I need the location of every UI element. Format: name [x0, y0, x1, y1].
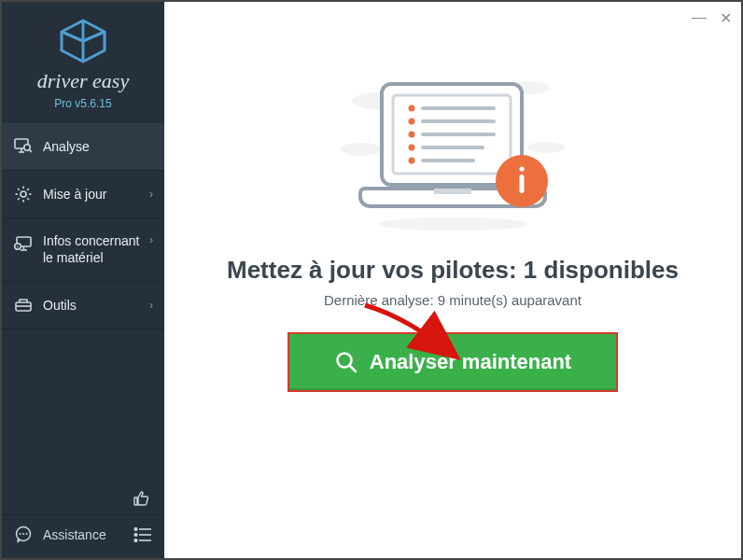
monitor-info-icon: i: [13, 236, 34, 253]
svg-point-46: [409, 132, 415, 138]
laptop-illustration-icon: [333, 75, 572, 233]
chevron-right-icon: ›: [149, 188, 153, 201]
chevron-right-icon: ›: [149, 299, 153, 312]
svg-point-25: [26, 533, 28, 535]
svg-point-44: [409, 105, 415, 112]
svg-point-24: [22, 533, 24, 535]
toolbox-icon: [13, 297, 34, 314]
svg-point-4: [24, 145, 30, 150]
svg-line-5: [29, 149, 32, 152]
thumbs-up-icon[interactable]: [131, 488, 151, 509]
sidebar-item-label: Analyse: [43, 139, 90, 154]
svg-point-30: [134, 539, 137, 542]
chat-icon[interactable]: [13, 525, 34, 545]
svg-line-13: [27, 189, 29, 190]
assistance-label[interactable]: Assistance: [43, 527, 106, 542]
scan-now-button[interactable]: Analyser maintenant: [287, 332, 618, 392]
app-logo-icon: [58, 19, 108, 63]
window-controls: — ✕: [692, 9, 732, 27]
brand-version: Pro v5.6.15: [2, 97, 164, 110]
svg-point-26: [134, 528, 137, 531]
sidebar: driver easy Pro v5.6.15 Analyse: [2, 2, 164, 558]
sidebar-item-label: Infos concernant le matériel: [43, 233, 149, 266]
sidebar-item-tools[interactable]: Outils ›: [2, 282, 164, 329]
sidebar-bottom: Assistance: [2, 514, 164, 558]
sidebar-item-hardware-info[interactable]: i Infos concernant le matériel ›: [2, 218, 164, 282]
last-scan-text: Dernière analyse: 9 minute(s) auparavant: [164, 292, 741, 308]
close-button[interactable]: ✕: [720, 9, 732, 27]
minimize-button[interactable]: —: [692, 9, 707, 27]
svg-line-11: [18, 189, 20, 190]
svg-line-54: [349, 366, 356, 372]
brand-block: driver easy Pro v5.6.15: [2, 2, 164, 123]
search-icon: [334, 350, 358, 374]
svg-point-48: [409, 158, 415, 164]
svg-point-34: [341, 143, 382, 156]
sidebar-item-label: Mise à jour: [43, 187, 106, 202]
svg-point-51: [519, 166, 524, 171]
svg-rect-52: [520, 175, 525, 193]
main-panel: — ✕: [164, 2, 741, 558]
brand-name: driver easy: [2, 69, 164, 93]
svg-point-23: [20, 533, 21, 535]
sidebar-item-label: Outils: [43, 298, 77, 313]
svg-point-6: [21, 191, 26, 197]
svg-point-36: [378, 217, 527, 231]
svg-line-12: [27, 198, 29, 200]
svg-point-47: [409, 145, 415, 151]
svg-line-14: [18, 198, 20, 200]
svg-point-28: [134, 534, 137, 537]
headline: Mettez à jour vos pilotes: 1 disponibles: [164, 256, 741, 285]
svg-rect-49: [434, 189, 471, 194]
sidebar-nav: Analyse Mise à jour ›: [2, 123, 164, 488]
list-icon[interactable]: [133, 525, 153, 545]
chevron-right-icon: ›: [149, 233, 153, 246]
sidebar-item-update[interactable]: Mise à jour ›: [2, 171, 164, 218]
sidebar-item-analyse[interactable]: Analyse: [2, 123, 164, 171]
scan-now-label: Analyser maintenant: [370, 350, 571, 374]
gear-icon: [13, 186, 34, 203]
svg-point-35: [527, 142, 565, 153]
svg-point-45: [409, 119, 415, 125]
monitor-search-icon: [13, 138, 34, 155]
